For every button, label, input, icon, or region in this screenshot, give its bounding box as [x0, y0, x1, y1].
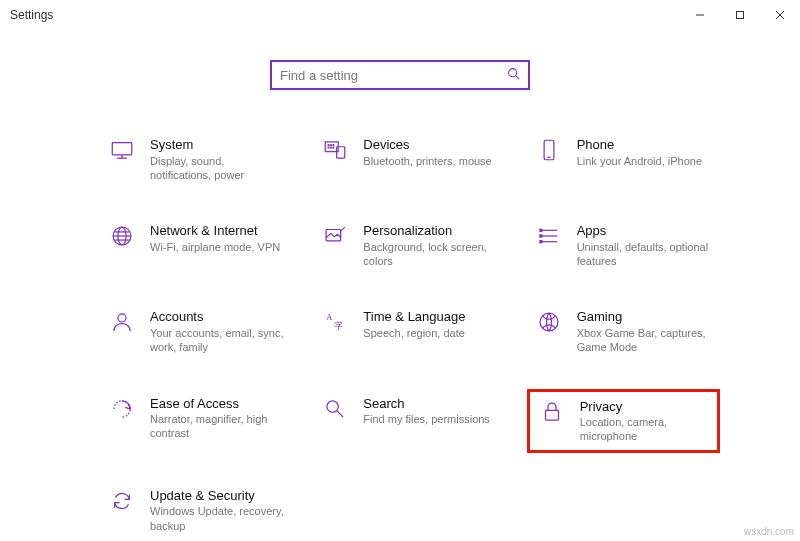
- tile-text: Personalization Background, lock screen,…: [363, 222, 498, 268]
- window-title: Settings: [10, 8, 53, 22]
- tile-desc: Your accounts, email, sync, work, family: [150, 326, 285, 355]
- tile-text: Update & Security Windows Update, recove…: [150, 487, 285, 533]
- close-icon: [775, 10, 785, 20]
- search-row: [0, 60, 800, 90]
- tile-title: Ease of Access: [150, 396, 285, 412]
- search-input[interactable]: [280, 68, 507, 83]
- tile-text: Network & Internet Wi-Fi, airplane mode,…: [150, 222, 280, 254]
- tile-ease-of-access[interactable]: Ease of Access Narrator, magnifier, high…: [100, 389, 293, 453]
- globe-icon: [108, 222, 136, 250]
- svg-point-4: [509, 69, 517, 77]
- tile-title: Personalization: [363, 223, 498, 239]
- gaming-icon: [535, 308, 563, 336]
- tile-text: Time & Language Speech, region, date: [363, 308, 465, 340]
- tile-desc: Background, lock screen, colors: [363, 240, 498, 269]
- maximize-icon: [735, 10, 745, 20]
- svg-rect-30: [539, 235, 542, 238]
- tile-phone[interactable]: Phone Link your Android, iPhone: [527, 130, 720, 188]
- tile-desc: Narrator, magnifier, high contrast: [150, 412, 285, 441]
- svg-point-36: [327, 400, 338, 411]
- tile-desc: Windows Update, recovery, backup: [150, 504, 285, 533]
- personalization-icon: [321, 222, 349, 250]
- svg-rect-29: [539, 229, 542, 232]
- tile-devices[interactable]: Devices Bluetooth, printers, mouse: [313, 130, 506, 188]
- tile-title: Accounts: [150, 309, 285, 325]
- svg-rect-6: [112, 143, 132, 155]
- svg-point-15: [331, 147, 332, 148]
- svg-point-16: [333, 147, 334, 148]
- tile-desc: Find my files, permissions: [363, 412, 490, 426]
- svg-line-37: [337, 410, 344, 417]
- tile-privacy[interactable]: Privacy Location, camera, microphone: [527, 389, 720, 453]
- settings-grid: System Display, sound, notifications, po…: [100, 130, 720, 539]
- tile-text: Devices Bluetooth, printers, mouse: [363, 136, 491, 168]
- phone-icon: [535, 136, 563, 164]
- tile-title: Update & Security: [150, 488, 285, 504]
- tile-personalization[interactable]: Personalization Background, lock screen,…: [313, 216, 506, 274]
- search-tile-icon: [321, 395, 349, 423]
- search-box[interactable]: [270, 60, 530, 90]
- tile-desc: Speech, region, date: [363, 326, 465, 340]
- tile-desc: Xbox Game Bar, captures, Game Mode: [577, 326, 712, 355]
- svg-point-13: [333, 145, 334, 146]
- tile-time-language[interactable]: A字 Time & Language Speech, region, date: [313, 302, 506, 360]
- svg-rect-38: [545, 410, 558, 420]
- tile-text: Gaming Xbox Game Bar, captures, Game Mod…: [577, 308, 712, 354]
- tile-title: Privacy: [580, 399, 709, 415]
- tile-title: System: [150, 137, 285, 153]
- svg-rect-31: [539, 240, 542, 243]
- tile-desc: Wi-Fi, airplane mode, VPN: [150, 240, 280, 254]
- tile-desc: Uninstall, defaults, optional features: [577, 240, 712, 269]
- tile-network[interactable]: Network & Internet Wi-Fi, airplane mode,…: [100, 216, 293, 274]
- svg-rect-1: [737, 12, 744, 19]
- tile-text: System Display, sound, notifications, po…: [150, 136, 285, 182]
- devices-icon: [321, 136, 349, 164]
- tile-accounts[interactable]: Accounts Your accounts, email, sync, wor…: [100, 302, 293, 360]
- close-button[interactable]: [760, 0, 800, 30]
- tile-title: Phone: [577, 137, 702, 153]
- tile-desc: Display, sound, notifications, power: [150, 154, 285, 183]
- tile-desc: Bluetooth, printers, mouse: [363, 154, 491, 168]
- window-controls: [680, 0, 800, 30]
- svg-text:字: 字: [335, 322, 344, 332]
- maximize-button[interactable]: [720, 0, 760, 30]
- tile-text: Phone Link your Android, iPhone: [577, 136, 702, 168]
- time-language-icon: A字: [321, 308, 349, 336]
- lock-icon: [538, 398, 566, 426]
- tile-title: Gaming: [577, 309, 712, 325]
- accounts-icon: [108, 308, 136, 336]
- svg-line-5: [516, 76, 519, 79]
- tile-text: Search Find my files, permissions: [363, 395, 490, 427]
- minimize-icon: [695, 10, 705, 20]
- tile-title: Time & Language: [363, 309, 465, 325]
- update-icon: [108, 487, 136, 515]
- tile-desc: Link your Android, iPhone: [577, 154, 702, 168]
- ease-of-access-icon: [108, 395, 136, 423]
- tile-title: Search: [363, 396, 490, 412]
- svg-line-25: [341, 227, 345, 231]
- tile-search[interactable]: Search Find my files, permissions: [313, 389, 506, 453]
- tile-title: Network & Internet: [150, 223, 280, 239]
- tile-gaming[interactable]: Gaming Xbox Game Bar, captures, Game Mod…: [527, 302, 720, 360]
- apps-icon: [535, 222, 563, 250]
- svg-point-11: [328, 145, 329, 146]
- tile-update-security[interactable]: Update & Security Windows Update, recove…: [100, 481, 293, 539]
- tile-title: Apps: [577, 223, 712, 239]
- tile-text: Accounts Your accounts, email, sync, wor…: [150, 308, 285, 354]
- tile-title: Devices: [363, 137, 491, 153]
- svg-text:A: A: [326, 313, 333, 323]
- system-icon: [108, 136, 136, 164]
- tile-apps[interactable]: Apps Uninstall, defaults, optional featu…: [527, 216, 720, 274]
- svg-point-14: [328, 147, 329, 148]
- svg-point-12: [331, 145, 332, 146]
- watermark: wsxdn.com: [744, 526, 794, 537]
- tile-text: Ease of Access Narrator, magnifier, high…: [150, 395, 285, 441]
- minimize-button[interactable]: [680, 0, 720, 30]
- tile-text: Privacy Location, camera, microphone: [580, 398, 709, 444]
- tile-text: Apps Uninstall, defaults, optional featu…: [577, 222, 712, 268]
- search-icon: [507, 67, 520, 83]
- tile-desc: Location, camera, microphone: [580, 415, 709, 444]
- titlebar: Settings: [0, 0, 800, 30]
- tile-system[interactable]: System Display, sound, notifications, po…: [100, 130, 293, 188]
- svg-point-32: [118, 314, 126, 322]
